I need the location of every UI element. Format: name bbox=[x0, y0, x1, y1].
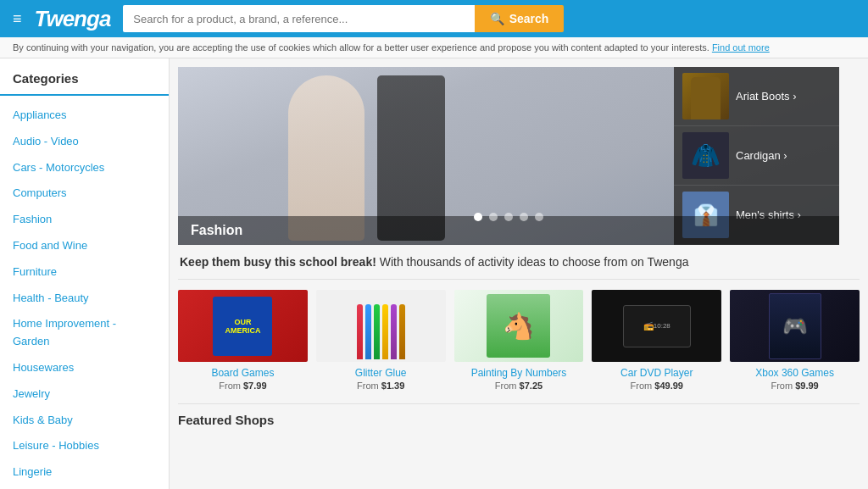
sidebar-item-jewelry[interactable]: Jewelry bbox=[0, 381, 169, 408]
glitter-stick-3 bbox=[374, 304, 380, 359]
product-img-xbox: 🎮 bbox=[730, 290, 860, 362]
boots-thumbnail: 🥾 bbox=[682, 73, 729, 119]
glitter-stick-4 bbox=[382, 304, 388, 359]
product-board-games[interactable]: OURAMERICA Board Games From $7.99 bbox=[178, 290, 308, 391]
product-img-car-dvd: 📻10:28 bbox=[592, 290, 721, 362]
featured-shops-heading: Featured Shops bbox=[178, 413, 860, 427]
cookie-text: By continuing with your navigation, you … bbox=[13, 42, 709, 53]
product-name-board-games: Board Games bbox=[178, 367, 308, 379]
hero-dot-5[interactable] bbox=[535, 213, 543, 221]
logo: Twenga bbox=[35, 6, 111, 32]
product-img-glitter-glue bbox=[316, 290, 446, 362]
featured-shops-section: Featured Shops bbox=[178, 403, 860, 427]
sidebar-item-kids-baby[interactable]: Kids & Baby bbox=[0, 408, 169, 434]
search-icon: 🔍 bbox=[490, 12, 504, 25]
product-xbox[interactable]: 🎮 Xbox 360 Games From $9.99 bbox=[730, 290, 860, 391]
glitter-stick-2 bbox=[365, 304, 371, 359]
search-button[interactable]: 🔍 Search bbox=[475, 5, 565, 32]
boots-label: Ariat Boots › bbox=[736, 90, 797, 103]
product-name-xbox: Xbox 360 Games bbox=[730, 367, 860, 379]
sidebar-item-home-improvement[interactable]: Home Improvement - Garden bbox=[0, 311, 169, 355]
hero-dots bbox=[474, 213, 543, 221]
sidebar-item-fashion[interactable]: Fashion bbox=[0, 207, 169, 233]
cookie-link[interactable]: Find out more bbox=[712, 42, 770, 53]
xbox-img-content: 🎮 bbox=[769, 293, 821, 359]
sidebar-item-cars-motorcycles[interactable]: Cars - Motorcycles bbox=[0, 155, 169, 181]
sidebar-item-furniture[interactable]: Furniture bbox=[0, 259, 169, 286]
tagline-normal: With thousands of activity ideas to choo… bbox=[376, 255, 689, 269]
product-img-board-games: OURAMERICA bbox=[178, 290, 308, 362]
content-area: 🥾 Ariat Boots › 🧥 Cardigan › 👔 Men's shi… bbox=[170, 58, 868, 489]
sidebar-item-audio-video[interactable]: Audio - Video bbox=[0, 129, 169, 155]
tagline: Keep them busy this school break! With t… bbox=[178, 255, 860, 269]
product-name-glitter-glue: Glitter Glue bbox=[316, 367, 446, 379]
glitter-stick-1 bbox=[357, 304, 363, 359]
sidebar-item-appliances[interactable]: Appliances bbox=[0, 103, 169, 129]
hero-panel-boots[interactable]: 🥾 Ariat Boots › bbox=[674, 67, 839, 126]
product-price-painting: From $7.25 bbox=[454, 381, 584, 391]
sidebar-item-food-wine[interactable]: Food and Wine bbox=[0, 233, 169, 259]
product-price-xbox: From $9.99 bbox=[730, 381, 860, 391]
product-glitter-glue[interactable]: Glitter Glue From $1.39 bbox=[316, 290, 446, 391]
tagline-bold: Keep them busy this school break! bbox=[180, 255, 376, 269]
sidebar-item-pets[interactable]: Pets bbox=[0, 486, 169, 489]
hero-dot-3[interactable] bbox=[504, 213, 513, 221]
search-input[interactable] bbox=[123, 5, 474, 32]
car-dvd-img-content: 📻10:28 bbox=[623, 305, 691, 347]
glitter-stick-6 bbox=[399, 304, 405, 359]
product-painting[interactable]: 🐴 Painting By Numbers From $7.25 bbox=[454, 290, 584, 391]
hero-dot-1[interactable] bbox=[474, 213, 482, 221]
hero-dot-4[interactable] bbox=[520, 213, 528, 221]
cardigan-thumbnail: 🧥 bbox=[682, 132, 729, 179]
sidebar-item-leisure-hobbies[interactable]: Leisure - Hobbies bbox=[0, 433, 169, 459]
hero-dot-2[interactable] bbox=[489, 213, 498, 221]
product-price-car-dvd: From $49.99 bbox=[592, 381, 721, 391]
menu-icon[interactable]: ≡ bbox=[13, 10, 22, 28]
sidebar: Categories Appliances Audio - Video Cars… bbox=[0, 58, 170, 489]
cookie-bar: By continuing with your navigation, you … bbox=[0, 37, 868, 58]
cardigan-label: Cardigan › bbox=[736, 149, 787, 162]
hero-panel-cardigan[interactable]: 🧥 Cardigan › bbox=[674, 126, 839, 186]
hero-banner: 🥾 Ariat Boots › 🧥 Cardigan › 👔 Men's shi… bbox=[178, 67, 839, 245]
product-img-painting: 🐴 bbox=[454, 290, 584, 362]
sidebar-item-lingerie[interactable]: Lingerie bbox=[0, 459, 169, 486]
products-grid: OURAMERICA Board Games From $7.99 Glitte… bbox=[178, 279, 860, 391]
sidebar-item-computers[interactable]: Computers bbox=[0, 181, 169, 207]
painting-img-content: 🐴 bbox=[487, 294, 550, 358]
product-name-car-dvd: Car DVD Player bbox=[592, 367, 721, 379]
product-price-board-games: From $7.99 bbox=[178, 381, 308, 391]
product-name-painting: Painting By Numbers bbox=[454, 367, 584, 379]
hero-caption-text: Fashion bbox=[191, 223, 242, 237]
search-form: 🔍 Search bbox=[123, 5, 564, 32]
sidebar-item-housewares[interactable]: Housewares bbox=[0, 355, 169, 381]
board-game-img-content: OURAMERICA bbox=[213, 297, 272, 356]
search-button-label: Search bbox=[509, 12, 549, 25]
product-car-dvd[interactable]: 📻10:28 Car DVD Player From $49.99 bbox=[592, 290, 721, 391]
sidebar-heading: Categories bbox=[0, 71, 169, 96]
main-layout: Categories Appliances Audio - Video Cars… bbox=[0, 58, 868, 489]
sidebar-item-health-beauty[interactable]: Health - Beauty bbox=[0, 286, 169, 312]
product-price-glitter-glue: From $1.39 bbox=[316, 381, 446, 391]
header: ≡ Twenga 🔍 Search bbox=[0, 0, 868, 37]
glitter-stick-5 bbox=[391, 304, 397, 359]
